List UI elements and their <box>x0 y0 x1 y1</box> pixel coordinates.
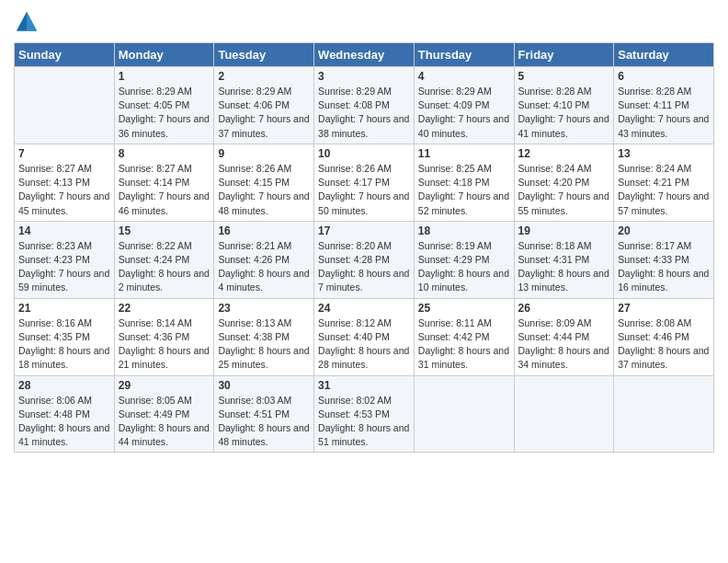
sunset-text: Sunset: 4:13 PM <box>18 176 110 190</box>
sunset-text: Sunset: 4:33 PM <box>618 253 710 267</box>
sunrise-text: Sunrise: 8:29 AM <box>119 85 210 98</box>
calendar-cell: 18 Sunrise: 8:19 AM Sunset: 4:29 PM Dayl… <box>414 221 514 298</box>
day-info: Sunrise: 8:16 AM Sunset: 4:35 PM Dayligh… <box>18 316 110 373</box>
calendar-cell: 10 Sunrise: 8:26 AM Sunset: 4:17 PM Dayl… <box>314 144 415 221</box>
header-row: SundayMondayTuesdayWednesdayThursdayFrid… <box>15 43 714 67</box>
day-number: 14 <box>18 224 110 237</box>
sunrise-text: Sunrise: 8:13 AM <box>218 316 310 330</box>
daylight-text: Daylight: 8 hours and 10 minutes. <box>418 267 510 294</box>
day-info: Sunrise: 8:21 AM Sunset: 4:26 PM Dayligh… <box>218 239 310 295</box>
day-number: 15 <box>119 224 210 237</box>
day-info: Sunrise: 8:26 AM Sunset: 4:15 PM Dayligh… <box>218 162 310 218</box>
sunset-text: Sunset: 4:21 PM <box>618 176 710 190</box>
day-number: 8 <box>119 147 210 160</box>
logo <box>14 9 43 35</box>
sunset-text: Sunset: 4:36 PM <box>119 330 210 344</box>
day-info: Sunrise: 8:22 AM Sunset: 4:24 PM Dayligh… <box>119 239 210 295</box>
day-number: 7 <box>18 147 110 160</box>
daylight-text: Daylight: 8 hours and 18 minutes. <box>18 344 110 372</box>
day-number: 22 <box>119 302 210 315</box>
daylight-text: Daylight: 7 hours and 55 minutes. <box>518 190 610 217</box>
day-info: Sunrise: 8:13 AM Sunset: 4:38 PM Dayligh… <box>218 316 310 373</box>
sunset-text: Sunset: 4:51 PM <box>218 408 310 421</box>
day-info: Sunrise: 8:11 AM Sunset: 4:42 PM Dayligh… <box>418 316 510 373</box>
day-info: Sunrise: 8:18 AM Sunset: 4:31 PM Dayligh… <box>518 239 610 295</box>
day-info: Sunrise: 8:29 AM Sunset: 4:09 PM Dayligh… <box>418 85 510 141</box>
daylight-text: Daylight: 8 hours and 31 minutes. <box>418 344 510 372</box>
day-info: Sunrise: 8:26 AM Sunset: 4:17 PM Dayligh… <box>318 162 410 218</box>
sunset-text: Sunset: 4:08 PM <box>318 98 410 112</box>
sunrise-text: Sunrise: 8:06 AM <box>18 394 110 408</box>
day-info: Sunrise: 8:02 AM Sunset: 4:53 PM Dayligh… <box>318 394 410 450</box>
sunset-text: Sunset: 4:14 PM <box>119 176 210 190</box>
day-info: Sunrise: 8:28 AM Sunset: 4:11 PM Dayligh… <box>618 85 710 141</box>
sunrise-text: Sunrise: 8:26 AM <box>318 162 410 176</box>
daylight-text: Daylight: 8 hours and 44 minutes. <box>119 421 210 449</box>
day-info: Sunrise: 8:23 AM Sunset: 4:23 PM Dayligh… <box>18 239 110 295</box>
header-day-tuesday: Tuesday <box>214 43 314 67</box>
sunset-text: Sunset: 4:49 PM <box>119 408 210 421</box>
day-info: Sunrise: 8:05 AM Sunset: 4:49 PM Dayligh… <box>119 394 210 450</box>
day-number: 11 <box>418 147 510 160</box>
sunrise-text: Sunrise: 8:18 AM <box>518 239 610 253</box>
header-day-monday: Monday <box>114 43 214 67</box>
logo-icon <box>14 9 40 35</box>
sunset-text: Sunset: 4:09 PM <box>418 98 510 112</box>
daylight-text: Daylight: 8 hours and 51 minutes. <box>318 421 410 449</box>
sunrise-text: Sunrise: 8:17 AM <box>618 239 710 253</box>
day-number: 30 <box>218 379 310 392</box>
header-day-thursday: Thursday <box>414 43 514 67</box>
daylight-text: Daylight: 8 hours and 21 minutes. <box>119 344 210 372</box>
calendar-cell: 27 Sunrise: 8:08 AM Sunset: 4:46 PM Dayl… <box>614 298 714 375</box>
calendar-cell: 30 Sunrise: 8:03 AM Sunset: 4:51 PM Dayl… <box>214 375 314 453</box>
sunset-text: Sunset: 4:24 PM <box>119 253 210 267</box>
day-info: Sunrise: 8:27 AM Sunset: 4:13 PM Dayligh… <box>18 162 110 218</box>
daylight-text: Daylight: 7 hours and 48 minutes. <box>218 190 310 217</box>
day-number: 20 <box>618 224 710 237</box>
calendar-cell <box>414 375 514 453</box>
calendar-cell: 31 Sunrise: 8:02 AM Sunset: 4:53 PM Dayl… <box>314 375 415 453</box>
day-info: Sunrise: 8:20 AM Sunset: 4:28 PM Dayligh… <box>318 239 410 295</box>
calendar-cell <box>514 375 614 453</box>
sunrise-text: Sunrise: 8:27 AM <box>18 162 110 176</box>
calendar-cell: 21 Sunrise: 8:16 AM Sunset: 4:35 PM Dayl… <box>15 298 115 375</box>
calendar-cell: 6 Sunrise: 8:28 AM Sunset: 4:11 PM Dayli… <box>614 67 714 144</box>
sunrise-text: Sunrise: 8:26 AM <box>218 162 310 176</box>
day-info: Sunrise: 8:24 AM Sunset: 4:21 PM Dayligh… <box>618 162 710 218</box>
calendar-cell: 22 Sunrise: 8:14 AM Sunset: 4:36 PM Dayl… <box>114 298 214 375</box>
day-number: 4 <box>418 70 510 83</box>
calendar-table: SundayMondayTuesdayWednesdayThursdayFrid… <box>14 42 714 453</box>
sunrise-text: Sunrise: 8:27 AM <box>119 162 210 176</box>
daylight-text: Daylight: 7 hours and 50 minutes. <box>318 190 410 217</box>
calendar-cell: 28 Sunrise: 8:06 AM Sunset: 4:48 PM Dayl… <box>15 375 115 453</box>
day-number: 27 <box>618 302 710 315</box>
sunrise-text: Sunrise: 8:24 AM <box>618 162 710 176</box>
calendar-cell: 23 Sunrise: 8:13 AM Sunset: 4:38 PM Dayl… <box>214 298 314 375</box>
sunset-text: Sunset: 4:44 PM <box>518 330 610 344</box>
sunset-text: Sunset: 4:23 PM <box>18 253 110 267</box>
calendar-cell: 17 Sunrise: 8:20 AM Sunset: 4:28 PM Dayl… <box>314 221 415 298</box>
daylight-text: Daylight: 8 hours and 25 minutes. <box>218 344 310 372</box>
calendar-cell: 1 Sunrise: 8:29 AM Sunset: 4:05 PM Dayli… <box>114 67 214 144</box>
day-number: 9 <box>218 147 310 160</box>
sunrise-text: Sunrise: 8:28 AM <box>518 85 610 98</box>
calendar-cell <box>15 67 115 144</box>
calendar-cell: 15 Sunrise: 8:22 AM Sunset: 4:24 PM Dayl… <box>114 221 214 298</box>
calendar-cell: 11 Sunrise: 8:25 AM Sunset: 4:18 PM Dayl… <box>414 144 514 221</box>
day-number: 2 <box>218 70 310 83</box>
sunset-text: Sunset: 4:31 PM <box>518 253 610 267</box>
sunset-text: Sunset: 4:20 PM <box>518 176 610 190</box>
sunrise-text: Sunrise: 8:11 AM <box>418 316 510 330</box>
sunrise-text: Sunrise: 8:03 AM <box>218 394 310 408</box>
header-day-friday: Friday <box>514 43 614 67</box>
calendar-cell: 14 Sunrise: 8:23 AM Sunset: 4:23 PM Dayl… <box>15 221 115 298</box>
calendar-cell: 20 Sunrise: 8:17 AM Sunset: 4:33 PM Dayl… <box>614 221 714 298</box>
daylight-text: Daylight: 7 hours and 41 minutes. <box>518 112 610 140</box>
header-day-saturday: Saturday <box>614 43 714 67</box>
calendar-cell: 16 Sunrise: 8:21 AM Sunset: 4:26 PM Dayl… <box>214 221 314 298</box>
sunset-text: Sunset: 4:10 PM <box>518 98 610 112</box>
day-info: Sunrise: 8:19 AM Sunset: 4:29 PM Dayligh… <box>418 239 510 295</box>
day-number: 13 <box>618 147 710 160</box>
daylight-text: Daylight: 7 hours and 57 minutes. <box>618 190 710 217</box>
daylight-text: Daylight: 7 hours and 45 minutes. <box>18 190 110 217</box>
